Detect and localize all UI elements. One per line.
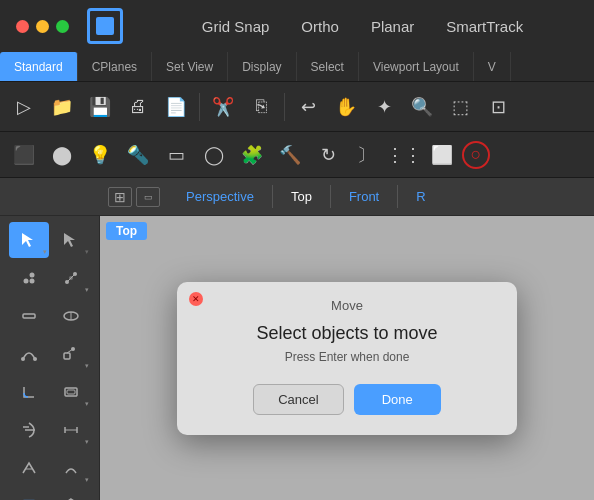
dialog-close-button[interactable]: ✕ xyxy=(189,292,203,306)
svg-point-12 xyxy=(21,357,25,361)
traffic-lights xyxy=(16,20,69,33)
dialog-title: Move xyxy=(201,298,493,313)
tab-cplanes[interactable]: CPlanes xyxy=(78,52,152,81)
dialog-buttons: Cancel Done xyxy=(201,384,493,415)
nav-smarttrack[interactable]: SmartTrack xyxy=(446,18,523,35)
tab-front[interactable]: Front xyxy=(331,185,398,208)
arc-tool-btn[interactable] xyxy=(9,336,49,372)
nudge-tool-btn[interactable]: ▾ xyxy=(51,222,91,258)
sphere-icon-btn[interactable]: ⬤ xyxy=(44,137,80,173)
close-button[interactable] xyxy=(16,20,29,33)
svg-point-3 xyxy=(29,273,34,278)
point-tool-btn[interactable] xyxy=(9,260,49,296)
transform-icon-btn[interactable]: ✦ xyxy=(366,89,402,125)
ring-icon-btn[interactable]: ○ xyxy=(462,141,490,169)
curve-icon-btn[interactable]: ↻ xyxy=(310,137,346,173)
bulb-icon-btn[interactable]: 🔦 xyxy=(120,137,156,173)
separator1 xyxy=(199,93,200,121)
viewport-area: Top ✕ Move Select objects to move Press … xyxy=(100,216,594,500)
box-icon-btn[interactable]: ⬛ xyxy=(6,137,42,173)
hand-icon-btn[interactable]: ✋ xyxy=(328,89,364,125)
logo-inner xyxy=(96,17,114,35)
nav-grid-snap[interactable]: Grid Snap xyxy=(202,18,270,35)
bend-tool-btn[interactable]: ▾ xyxy=(51,450,91,486)
cut-icon-btn[interactable]: ✂️ xyxy=(205,89,241,125)
folder-icon-btn[interactable]: 📁 xyxy=(44,89,80,125)
tool-row-5: ▾ xyxy=(4,374,95,410)
tool-row-6: ▾ xyxy=(4,412,95,448)
cursor-icon-btn[interactable]: ▷ xyxy=(6,89,42,125)
rect-icon-btn[interactable]: ▭ xyxy=(158,137,194,173)
svg-rect-9 xyxy=(23,314,35,318)
icon-toolbar-row2: ⬛ ⬤ 💡 🔦 ▭ ◯ 🧩 🔨 ↻ 〕 ⋮⋮ ⬜ ○ xyxy=(0,132,594,178)
single-view-icon[interactable]: ▭ xyxy=(136,187,160,207)
viewport-tabs: Perspective Top Front R xyxy=(168,185,444,208)
curve-tool-btn[interactable]: ▾ xyxy=(51,336,91,372)
separator2 xyxy=(284,93,285,121)
solid-icon-btn[interactable]: ⬜ xyxy=(424,137,460,173)
tab-display[interactable]: Display xyxy=(228,52,296,81)
isocurve-tool-btn[interactable] xyxy=(9,450,49,486)
svg-marker-0 xyxy=(22,233,33,247)
mesh-icon-btn[interactable]: ⋮⋮ xyxy=(386,137,422,173)
dialog-overlay: ✕ Move Select objects to move Press Ente… xyxy=(100,216,594,500)
pipe-icon-btn[interactable]: 〕 xyxy=(348,137,384,173)
app-logo xyxy=(87,8,123,44)
minimize-button[interactable] xyxy=(36,20,49,33)
svg-point-13 xyxy=(33,357,37,361)
toolbar-tabs: Standard CPlanes Set View Display Select… xyxy=(0,52,594,82)
cancel-button[interactable]: Cancel xyxy=(253,384,343,415)
select-tool-btn[interactable]: ▾ xyxy=(9,222,49,258)
fillet-tool-btn[interactable] xyxy=(9,374,49,410)
svg-point-2 xyxy=(23,279,28,284)
hatch-tool-btn[interactable] xyxy=(9,412,49,448)
tool-row-2: ▾ xyxy=(4,260,95,296)
dialog-sub-text: Press Enter when done xyxy=(201,350,493,364)
copy-icon-btn[interactable]: ⎘ xyxy=(243,89,279,125)
tab-standard[interactable]: Standard xyxy=(0,52,78,81)
control-pt-tool-btn[interactable]: ▾ xyxy=(51,260,91,296)
nav-planar[interactable]: Planar xyxy=(371,18,414,35)
tab-top[interactable]: Top xyxy=(273,185,331,208)
zoom-window-icon-btn[interactable]: ⬚ xyxy=(442,89,478,125)
tab-more[interactable]: V xyxy=(474,52,511,81)
nav-ortho[interactable]: Ortho xyxy=(301,18,339,35)
zoom-fit-icon-btn[interactable]: ⊡ xyxy=(480,89,516,125)
circle-icon-btn[interactable]: ◯ xyxy=(196,137,232,173)
svg-rect-14 xyxy=(64,353,70,359)
maximize-button[interactable] xyxy=(56,20,69,33)
tab-select[interactable]: Select xyxy=(297,52,359,81)
dim-tool-btn[interactable]: ▾ xyxy=(51,412,91,448)
title-nav: Grid Snap Ortho Planar SmartTrack xyxy=(147,18,578,35)
grid-view-icon[interactable]: ⊞ xyxy=(108,187,132,207)
done-button[interactable]: Done xyxy=(354,384,441,415)
save-icon-btn[interactable]: 💾 xyxy=(82,89,118,125)
light-icon-btn[interactable]: 💡 xyxy=(82,137,118,173)
title-bar: Grid Snap Ortho Planar SmartTrack xyxy=(0,0,594,52)
svg-point-16 xyxy=(71,347,75,351)
print-icon-btn[interactable]: 🖨 xyxy=(120,89,156,125)
box-tool-btn[interactable] xyxy=(51,298,91,334)
slab-tool-btn[interactable]: ▾ xyxy=(51,488,91,500)
hammer-icon-btn[interactable]: 🔨 xyxy=(272,137,308,173)
offset-tool-btn[interactable]: ▾ xyxy=(51,374,91,410)
line-tool-btn[interactable] xyxy=(9,298,49,334)
svg-point-4 xyxy=(29,279,34,284)
surface-tool-btn[interactable] xyxy=(9,488,49,500)
tool-row-1: ▾ ▾ xyxy=(4,222,95,258)
svg-point-8 xyxy=(69,276,73,280)
new-icon-btn[interactable]: 📄 xyxy=(158,89,194,125)
tab-perspective[interactable]: Perspective xyxy=(168,185,273,208)
move-dialog: ✕ Move Select objects to move Press Ente… xyxy=(177,282,517,435)
tab-viewport-layout[interactable]: Viewport Layout xyxy=(359,52,474,81)
dialog-main-text: Select objects to move xyxy=(201,323,493,344)
tool-row-7: ▾ xyxy=(4,450,95,486)
viewport-tab-icons: ⊞ ▭ xyxy=(108,187,160,207)
zoom-in-icon-btn[interactable]: 🔍 xyxy=(404,89,440,125)
puzzle-icon-btn[interactable]: 🧩 xyxy=(234,137,270,173)
svg-rect-18 xyxy=(67,390,75,394)
tab-setview[interactable]: Set View xyxy=(152,52,228,81)
undo-icon-btn[interactable]: ↩ xyxy=(290,89,326,125)
main-area: ▾ ▾ ▾ xyxy=(0,216,594,500)
tab-right[interactable]: R xyxy=(398,185,443,208)
